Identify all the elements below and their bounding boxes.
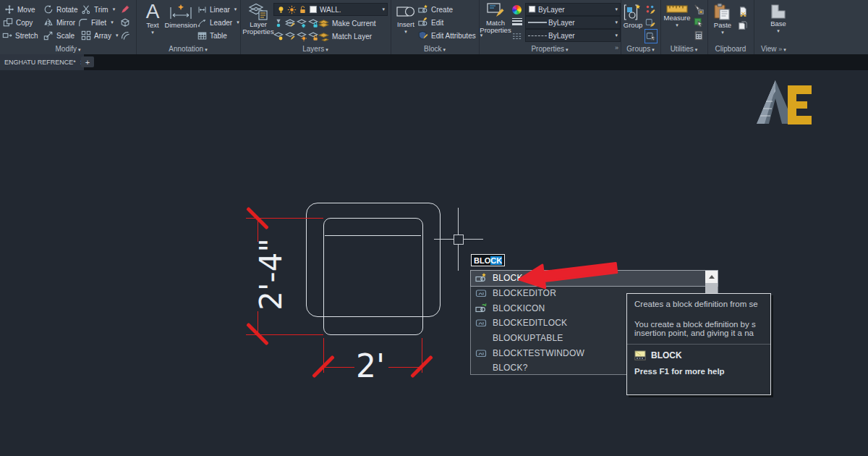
paste-button[interactable]: Paste	[710, 2, 735, 35]
create-block-button[interactable]: Create	[418, 4, 453, 15]
crosshair-top	[458, 208, 459, 235]
edit-block-button[interactable]: Edit	[418, 17, 443, 28]
drawing-canvas[interactable]: 2'-4" 2' BLOCK BLOCK BLOCKEDITOR	[0, 70, 868, 456]
tooltip-body-line2: insertion point, and giving it a na	[634, 329, 770, 337]
layers-panel-label[interactable]: Layers	[240, 45, 391, 53]
match-properties-icon	[486, 2, 505, 20]
trim-label: Trim	[94, 6, 109, 14]
annotation-panel-label[interactable]: Annotation	[136, 45, 240, 53]
drawing-tab[interactable]: ENGHATU REFRENCE* ×	[0, 54, 84, 70]
view-expand-icon[interactable]	[778, 45, 782, 53]
current-color-swatch-icon	[528, 5, 537, 14]
array-label: Array	[94, 32, 111, 40]
unlock-icon	[298, 5, 307, 14]
linetype-value: ByLayer	[548, 32, 575, 40]
leader-icon	[197, 18, 207, 28]
match-properties-button[interactable]: Match Properties	[480, 2, 511, 34]
layer-properties-label: Layer Properties	[242, 21, 273, 35]
match-layer-button[interactable]: Match Layer	[318, 30, 372, 42]
quick-select-button[interactable]	[694, 17, 704, 28]
layer-properties-button[interactable]: Layer Properties	[243, 2, 273, 35]
modify-panel-label[interactable]: Modify	[0, 45, 136, 53]
ae-logo	[756, 80, 815, 124]
quick-calc-button[interactable]	[694, 30, 704, 41]
cut-icon	[738, 7, 748, 17]
lineweight-dropdown[interactable]: ByLayer ▾	[525, 16, 621, 29]
table-label: Table	[210, 32, 227, 40]
suggestion-label: BLOCKTESTWINDOW	[493, 348, 584, 358]
fillet-button[interactable]: Fillet	[78, 17, 114, 28]
layer-tools-row1[interactable]	[273, 17, 318, 29]
color-dropdown[interactable]: ByLayer ▾	[525, 3, 621, 16]
dimension-icon	[169, 3, 193, 22]
linetype-button[interactable]	[512, 31, 522, 43]
array-button[interactable]: Array	[81, 30, 118, 41]
edit-block-icon	[418, 17, 428, 28]
insert-button[interactable]: Insert	[393, 2, 418, 34]
make-current-button[interactable]: Make Current	[318, 17, 376, 29]
block-editor-icon	[475, 347, 487, 359]
linear-button[interactable]: Linear	[197, 4, 237, 15]
stretch-button[interactable]: Stretch	[2, 30, 38, 41]
group-edit-button[interactable]	[645, 17, 655, 28]
color-value: ByLayer	[538, 6, 565, 14]
explode-button[interactable]	[120, 17, 130, 28]
copy-label: Copy	[16, 19, 33, 27]
command-input[interactable]: BLOCK	[471, 254, 505, 266]
copy-button[interactable]: Copy	[3, 17, 33, 28]
view-panel-label[interactable]: View	[754, 45, 868, 53]
dimension-button[interactable]: Dimension	[166, 3, 195, 29]
base-view-icon	[770, 3, 787, 20]
layer-dropdown[interactable]: WALL. ▾	[273, 3, 388, 16]
new-tab-button[interactable]: +	[81, 56, 94, 67]
base-label: Base	[770, 20, 786, 28]
command-tooltip: Creates a block definition from se You c…	[626, 293, 771, 395]
suggestion-label: BLOCK?	[493, 363, 528, 373]
id-point-button[interactable]	[694, 4, 704, 15]
color-wheel-button[interactable]	[512, 4, 522, 15]
move-button[interactable]: Move	[4, 4, 35, 15]
scale-button[interactable]: Scale	[43, 30, 75, 41]
panel-layers: Layer Properties WALL. ▾ Make Current	[240, 0, 391, 54]
properties-expand-icon[interactable]	[615, 40, 618, 53]
edit-attributes-button[interactable]: Edit Attributes	[418, 30, 482, 41]
measure-button[interactable]: Measure	[663, 4, 691, 28]
erase-button[interactable]	[120, 4, 130, 15]
text-button[interactable]: A Text	[142, 1, 163, 35]
leader-button[interactable]: Leader	[197, 17, 239, 28]
copy-clip-button[interactable]	[738, 20, 748, 32]
chevron-down-icon: ▾	[382, 7, 385, 12]
layer-tools-row2[interactable]	[273, 30, 318, 42]
offset-button[interactable]	[120, 30, 130, 41]
table-button[interactable]: Table	[197, 30, 227, 41]
block-command-icon	[634, 350, 646, 361]
group-button[interactable]: Group	[621, 3, 644, 29]
utilities-panel-label[interactable]: Utilities	[660, 45, 707, 53]
edit-attributes-label: Edit Attributes	[431, 32, 476, 40]
groups-panel-label[interactable]: Groups	[621, 45, 660, 53]
array-icon	[81, 30, 91, 41]
block-panel-label[interactable]: Block	[391, 45, 479, 53]
properties-panel-label[interactable]: Properties	[479, 45, 621, 53]
match-properties-label: Match Properties	[480, 20, 511, 34]
lineweight-button[interactable]	[512, 17, 522, 28]
tooltip-divider	[627, 344, 770, 345]
linear-label: Linear	[210, 6, 230, 14]
base-button[interactable]: Base	[765, 3, 791, 33]
rotate-icon	[43, 4, 54, 14]
scrollbar-up-button[interactable]	[705, 271, 718, 283]
cut-button[interactable]	[738, 6, 748, 17]
mirror-button[interactable]: Mirror	[43, 17, 75, 28]
trim-button[interactable]: Trim	[81, 4, 115, 15]
linetype-dropdown[interactable]: ByLayer ▾	[525, 29, 621, 42]
layer-unlock-icon	[308, 31, 318, 41]
rotate-button[interactable]: Rotate	[43, 4, 77, 15]
tooltip-footer: Press F1 for more help	[634, 367, 770, 376]
make-current-icon	[318, 18, 329, 29]
ungroup-button[interactable]	[645, 4, 655, 15]
suggestion-label: BLOCKEDITLOCK	[493, 318, 567, 328]
group-select-button[interactable]	[644, 29, 658, 43]
layer-properties-icon	[248, 2, 268, 21]
bulb-on-icon	[276, 5, 286, 14]
linetype-icon	[512, 33, 522, 41]
